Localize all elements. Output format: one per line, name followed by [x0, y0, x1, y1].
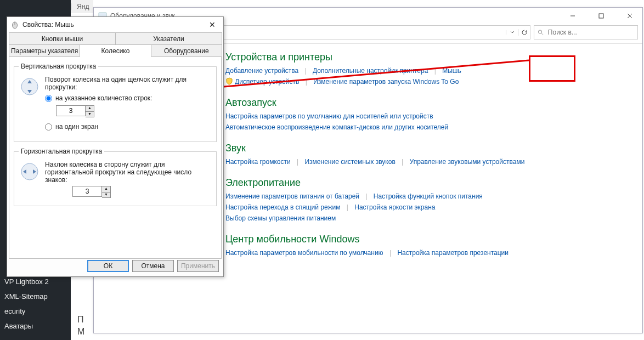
breadcrumb-dropdown[interactable] — [506, 30, 518, 35]
sidebar-item[interactable]: XML-Sitemap — [0, 289, 71, 304]
tab-buttons[interactable]: Кнопки мыши — [9, 32, 116, 45]
cancel-button[interactable]: Отмена — [132, 260, 174, 272]
link-device-manager[interactable]: Диспетчер устройств — [235, 78, 299, 86]
category-autorun: Автозапуск Настройка параметров по умолч… — [225, 97, 631, 133]
sidebar-item[interactable]: ecurity — [0, 304, 71, 319]
category-sound: Звук Настройка громкости | Изменение сис… — [225, 143, 631, 167]
group-vertical-scroll: Вертикальная прокрутка Поворот колесика … — [14, 63, 217, 142]
mouse-icon — [10, 20, 19, 29]
group-legend: Горизонтальная прокрутка — [19, 148, 104, 155]
category-power: Электропитание Изменение параметров пита… — [225, 177, 631, 224]
category-title[interactable]: Центр мобильности Windows — [225, 234, 631, 245]
ok-button[interactable]: ОК — [87, 260, 129, 272]
close-button[interactable] — [617, 8, 642, 24]
spin-up[interactable]: ▲ — [86, 106, 94, 111]
chars-spinner[interactable]: ▲ ▼ — [72, 186, 212, 198]
refresh-button[interactable] — [518, 29, 530, 36]
link-printer-settings[interactable]: Дополнительные настройки принтера — [313, 67, 428, 75]
tab-hardware[interactable]: Оборудование — [151, 44, 222, 57]
lines-value[interactable] — [56, 105, 86, 116]
background-text: М — [77, 327, 84, 337]
chars-value[interactable] — [72, 186, 102, 197]
link-power-buttons[interactable]: Настройка функций кнопок питания — [374, 192, 483, 200]
category-devices: Устройства и принтеры Добавление устройс… — [225, 52, 631, 87]
dialog-titlebar[interactable]: Свойства: Мышь ✕ — [7, 17, 223, 32]
link-volume[interactable]: Настройка громкости — [225, 158, 291, 166]
tab-strip: Кнопки мыши Указатели Параметры указател… — [9, 32, 222, 56]
link-power-plan[interactable]: Выбор схемы управления питанием — [225, 214, 336, 222]
search-icon — [538, 29, 544, 36]
link-sleep[interactable]: Настройка перехода в спящий режим — [225, 203, 340, 211]
link-brightness[interactable]: Настройка яркости экрана — [354, 203, 435, 211]
category-title[interactable]: Устройства и принтеры — [225, 52, 631, 63]
search-input[interactable] — [547, 28, 634, 37]
mouse-properties-dialog: Свойства: Мышь ✕ Кнопки мыши Указатели П… — [7, 16, 224, 277]
tab-pointer-options[interactable]: Параметры указателя — [9, 44, 80, 57]
tab-wheel[interactable]: Колесико — [80, 44, 151, 57]
wheel-horizontal-icon — [19, 161, 41, 183]
svg-rect-2 — [599, 14, 603, 18]
minimize-button[interactable] — [560, 8, 585, 24]
shield-icon — [225, 77, 233, 85]
radio-lines-label[interactable]: на указанное количество строк: — [55, 94, 152, 102]
spin-up[interactable]: ▲ — [102, 186, 110, 192]
spin-down[interactable]: ▼ — [102, 192, 110, 197]
radio-lines[interactable] — [45, 95, 52, 102]
spin-down[interactable]: ▼ — [86, 111, 94, 117]
svg-line-6 — [541, 33, 543, 35]
link-autorun-defaults[interactable]: Настройка параметров по умолчанию для но… — [225, 112, 433, 120]
category-mobility: Центр мобильности Windows Настройка пара… — [225, 234, 631, 258]
sidebar-item[interactable]: Аватары — [0, 319, 71, 333]
link-autorun-cd[interactable]: Автоматическое воспроизведение компакт-д… — [225, 123, 448, 131]
category-title[interactable]: Звук — [225, 143, 631, 154]
search-box[interactable] — [534, 25, 638, 39]
group-legend: Вертикальная прокрутка — [19, 63, 98, 70]
lines-spinner[interactable]: ▲ ▼ — [56, 105, 212, 117]
link-windows-to-go[interactable]: Изменение параметров запуска Windows To … — [313, 78, 459, 86]
dialog-close-button[interactable]: ✕ — [205, 19, 220, 30]
tab-body-wheel: Вертикальная прокрутка Поворот колесика … — [9, 56, 222, 259]
category-title[interactable]: Электропитание — [225, 177, 631, 189]
link-manage-audio[interactable]: Управление звуковыми устройствами — [410, 158, 525, 166]
dialog-title: Свойства: Мышь — [22, 21, 205, 29]
vertical-desc: Поворот колесика на один щелчок служит д… — [45, 76, 212, 91]
background-text: П — [77, 315, 84, 325]
tab-label: Янд — [77, 3, 89, 10]
category-title[interactable]: Автозапуск — [225, 97, 631, 109]
link-presentation[interactable]: Настройка параметров презентации — [397, 249, 509, 257]
radio-screen-label[interactable]: на один экран — [55, 123, 98, 131]
maximize-button[interactable] — [589, 8, 614, 24]
apply-button[interactable]: Применить — [177, 260, 219, 272]
radio-screen[interactable] — [45, 123, 52, 131]
tab-pointers[interactable]: Указатели — [115, 32, 222, 45]
wheel-vertical-icon — [19, 76, 41, 98]
link-battery[interactable]: Изменение параметров питания от батарей — [225, 192, 359, 200]
group-horizontal-scroll: Горизонтальная прокрутка Наклон колесика… — [14, 148, 217, 206]
link-system-sounds[interactable]: Изменение системных звуков — [304, 158, 395, 166]
horizontal-desc: Наклон колесика в сторону служит для гор… — [45, 161, 212, 184]
link-mouse[interactable]: Мышь — [442, 67, 461, 75]
svg-point-5 — [538, 30, 541, 33]
link-add-device[interactable]: Добавление устройства — [225, 67, 298, 75]
link-mobility-defaults[interactable]: Настройка параметров мобильности по умол… — [225, 249, 383, 257]
